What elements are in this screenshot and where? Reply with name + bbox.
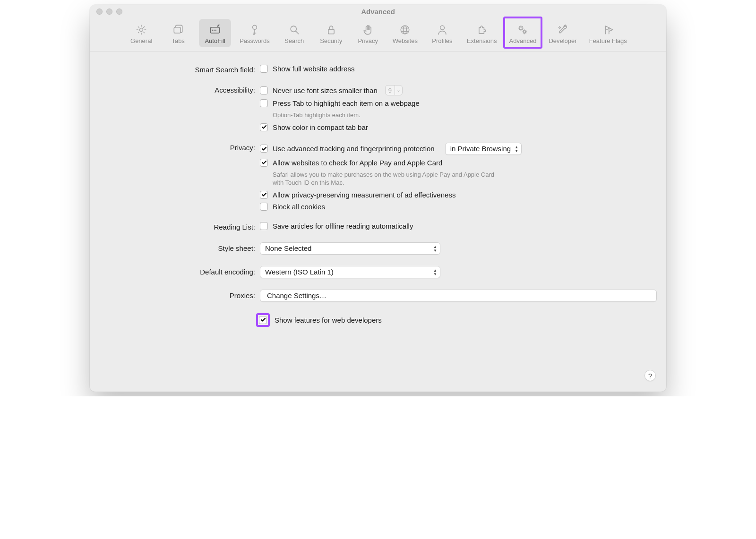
preferences-window: Advanced General Tabs AutoFill Passwords… xyxy=(90,5,666,392)
puzzle-icon xyxy=(475,23,489,36)
encoding-label: Default encoding: xyxy=(99,266,260,276)
dev-features-checkbox[interactable] xyxy=(259,316,267,324)
tab-privacy[interactable]: Privacy xyxy=(352,19,384,47)
tools-icon xyxy=(556,23,569,36)
tab-security[interactable]: Security xyxy=(315,19,347,47)
smart-search-label: Smart Search field: xyxy=(99,65,260,74)
svg-point-11 xyxy=(440,26,445,30)
ad-measure-checkbox[interactable] xyxy=(260,191,268,199)
chevron-down-icon: ⌵ xyxy=(395,85,402,95)
svg-point-10 xyxy=(404,26,407,34)
minimize-window-button[interactable] xyxy=(106,9,112,15)
encoding-popup[interactable]: Western (ISO Latin 1) ▲▼ xyxy=(260,266,440,278)
svg-rect-2 xyxy=(211,27,220,33)
tab-label: Feature Flags xyxy=(589,37,627,44)
tracking-mode-popup[interactable]: in Private Browsing ▲▼ xyxy=(445,143,522,155)
block-cookies-label: Block all cookies xyxy=(273,203,325,211)
tab-label: Tabs xyxy=(172,37,184,44)
min-font-value: 9 xyxy=(386,87,395,94)
apple-pay-label: Allow websites to check for Apple Pay an… xyxy=(273,159,442,167)
tab-label: Passwords xyxy=(240,37,270,44)
press-tab-checkbox[interactable] xyxy=(260,99,268,107)
style-sheet-value: None Selected xyxy=(265,244,311,252)
ad-measure-label: Allow privacy-preserving measurement of … xyxy=(273,191,455,199)
svg-rect-8 xyxy=(328,29,334,34)
tab-general[interactable]: General xyxy=(125,19,157,47)
min-font-stepper[interactable]: 9 ⌵ xyxy=(385,85,403,95)
window-titlebar: Advanced xyxy=(90,5,666,18)
gears-icon xyxy=(516,23,529,36)
offline-reading-label: Save articles for offline reading automa… xyxy=(273,222,413,230)
svg-rect-1 xyxy=(174,27,180,33)
tab-label: Websites xyxy=(393,37,418,44)
tab-label: Privacy xyxy=(358,37,378,44)
tabs-icon xyxy=(172,23,185,36)
updown-icon: ▲▼ xyxy=(433,245,437,252)
tab-label: General xyxy=(130,37,152,44)
svg-point-3 xyxy=(212,30,213,30)
autofill-icon xyxy=(208,23,222,36)
min-font-checkbox[interactable] xyxy=(260,86,268,94)
compact-color-checkbox[interactable] xyxy=(260,123,268,131)
press-tab-hint: Option-Tab highlights each item. xyxy=(273,111,495,120)
help-icon: ? xyxy=(648,372,652,380)
tab-label: Profiles xyxy=(432,37,452,44)
tab-autofill[interactable]: AutoFill xyxy=(199,19,231,47)
gear-icon xyxy=(135,23,148,36)
hand-icon xyxy=(361,23,375,36)
tab-label: Search xyxy=(284,37,304,44)
show-full-address-label: Show full website address xyxy=(273,65,354,73)
svg-point-5 xyxy=(215,30,216,30)
updown-icon: ▲▼ xyxy=(515,145,518,152)
tab-label: Security xyxy=(320,37,342,44)
tab-advanced[interactable]: Advanced xyxy=(506,19,541,47)
svg-point-9 xyxy=(401,26,410,34)
apple-pay-checkbox[interactable] xyxy=(260,159,268,167)
privacy-label: Privacy: xyxy=(99,143,260,152)
accessibility-label: Accessibility: xyxy=(99,85,260,94)
change-proxy-settings-label: Change Settings… xyxy=(267,291,326,299)
tab-feature-flags[interactable]: Feature Flags xyxy=(585,19,631,47)
tracking-mode-value: in Private Browsing xyxy=(450,145,511,153)
tab-passwords[interactable]: Passwords xyxy=(236,19,274,47)
close-window-button[interactable] xyxy=(96,9,103,15)
tracking-checkbox[interactable] xyxy=(260,145,268,153)
updown-icon: ▲▼ xyxy=(433,268,437,275)
min-font-label: Never use font sizes smaller than xyxy=(273,86,378,94)
search-icon xyxy=(288,23,301,36)
help-button[interactable]: ? xyxy=(644,370,656,381)
tab-search[interactable]: Search xyxy=(278,19,310,47)
person-icon xyxy=(436,23,449,36)
tab-tabs[interactable]: Tabs xyxy=(162,19,194,47)
tab-label: Advanced xyxy=(509,37,537,44)
change-proxy-settings-button[interactable]: Change Settings… xyxy=(260,290,657,302)
style-sheet-popup[interactable]: None Selected ▲▼ xyxy=(260,242,440,255)
key-icon xyxy=(248,23,261,36)
tracking-label: Use advanced tracking and fingerprinting… xyxy=(273,145,435,153)
block-cookies-checkbox[interactable] xyxy=(260,203,268,211)
flags-icon xyxy=(601,23,615,36)
press-tab-label: Press Tab to highlight each item on a we… xyxy=(273,99,420,107)
tab-websites[interactable]: Websites xyxy=(389,19,421,47)
globe-icon xyxy=(398,23,412,36)
window-title: Advanced xyxy=(90,8,666,16)
svg-point-4 xyxy=(214,30,215,30)
compact-color-label: Show color in compact tab bar xyxy=(273,123,368,131)
style-sheet-label: Style sheet: xyxy=(99,242,260,252)
reading-list-label: Reading List: xyxy=(99,222,260,231)
offline-reading-checkbox[interactable] xyxy=(260,222,268,230)
preferences-content: Smart Search field: Show full website ad… xyxy=(90,51,666,392)
proxies-label: Proxies: xyxy=(99,290,260,299)
dev-features-label: Show features for web developers xyxy=(275,316,382,324)
tab-profiles[interactable]: Profiles xyxy=(426,19,458,47)
preferences-toolbar: General Tabs AutoFill Passwords Search S… xyxy=(90,18,666,51)
zoom-window-button[interactable] xyxy=(116,9,122,15)
apple-pay-hint: Safari allows you to make purchases on t… xyxy=(273,171,495,187)
encoding-value: Western (ISO Latin 1) xyxy=(265,268,334,276)
tab-label: AutoFill xyxy=(205,37,225,44)
show-full-address-checkbox[interactable] xyxy=(260,65,268,73)
tab-extensions[interactable]: Extensions xyxy=(463,19,501,47)
tab-label: Developer xyxy=(549,37,576,44)
tab-developer[interactable]: Developer xyxy=(545,19,580,47)
svg-point-0 xyxy=(140,28,143,31)
